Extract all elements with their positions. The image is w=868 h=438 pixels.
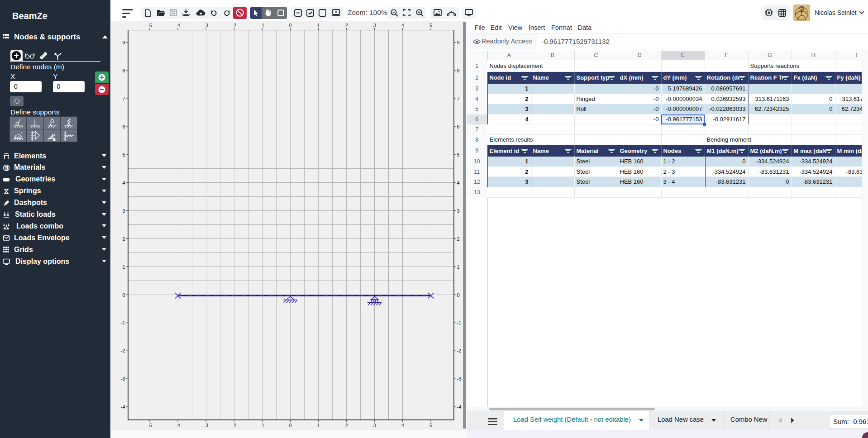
svg-text:a: a [53,138,55,141]
svg-text:-5: -5 [148,23,152,28]
svg-text:2: 2 [457,236,460,242]
svg-text:1: 1 [317,23,320,28]
svg-text:6: 6 [457,124,460,129]
svg-text:3: 3 [122,208,125,214]
svg-text:-4: -4 [176,423,180,428]
svg-text:-1: -1 [121,320,125,325]
svg-text:5: 5 [122,152,125,157]
svg-text:-4: -4 [176,23,180,28]
svg-text:0: 0 [289,23,291,28]
svg-text:-1: -1 [260,423,265,428]
svg-text:0: 0 [122,292,125,298]
svg-text:0: 0 [289,423,291,428]
svg-text:-3: -3 [121,376,125,381]
svg-text:8: 8 [457,68,460,73]
svg-text:-2: -2 [121,348,125,353]
svg-text:6: 6 [122,124,125,129]
svg-text:-3: -3 [204,423,208,428]
svg-text:7: 7 [122,96,125,101]
svg-text:-4: -4 [457,404,462,409]
svg-text:7: 7 [457,96,460,101]
svg-text:3: 3 [373,423,376,428]
svg-text:-1: -1 [260,23,265,28]
svg-text:1: 1 [122,264,125,270]
svg-text:3: 3 [457,208,460,214]
svg-text:1: 1 [317,423,320,428]
svg-text:-3: -3 [204,23,208,28]
svg-text:-2: -2 [457,348,462,353]
svg-text:-1: -1 [457,320,462,325]
svg-text:4: 4 [401,423,404,428]
svg-text:-4: -4 [121,404,125,409]
svg-text:-3: -3 [457,376,462,381]
svg-text:-2: -2 [232,423,236,428]
svg-text:2: 2 [122,236,125,242]
svg-text:-2: -2 [232,23,236,28]
svg-text:0: 0 [457,292,460,298]
svg-text:1: 1 [457,264,460,270]
svg-text:5: 5 [429,23,432,28]
svg-text:8: 8 [122,68,125,73]
svg-text:2: 2 [345,23,348,28]
svg-text:4: 4 [457,180,460,186]
svg-text:2: 2 [345,423,348,428]
svg-text:4: 4 [122,180,125,186]
svg-text:-5: -5 [148,423,152,428]
svg-text:9: 9 [122,40,125,45]
svg-text:4: 4 [401,23,404,28]
svg-text:3: 3 [373,23,376,28]
svg-text:5: 5 [429,423,432,428]
svg-text:9: 9 [457,40,460,45]
svg-text:5: 5 [457,152,460,157]
